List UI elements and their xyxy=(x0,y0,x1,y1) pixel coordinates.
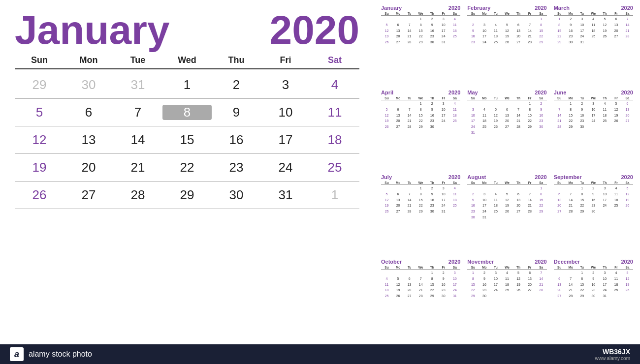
mini-day-0-6[interactable]: 4 xyxy=(449,16,460,22)
mini-day-1-0[interactable]: 5 xyxy=(381,191,392,197)
mini-day-3-2[interactable]: 19 xyxy=(490,118,501,124)
mini-day-1-0[interactable]: 8 xyxy=(467,276,479,282)
day-22[interactable]: 22 xyxy=(162,160,212,175)
mini-day-4-2[interactable]: 27 xyxy=(404,293,415,299)
mini-day-2-1[interactable]: 10 xyxy=(479,197,490,203)
mini-day-1-5[interactable]: 7 xyxy=(524,191,536,197)
mini-day-4-1[interactable]: 27 xyxy=(392,124,404,130)
mini-day-3-0[interactable]: 18 xyxy=(381,287,392,293)
mini-day-2-6[interactable]: 19 xyxy=(622,282,633,288)
mini-day-1-1[interactable]: 7 xyxy=(565,276,576,282)
mini-day-1-4[interactable]: 10 xyxy=(599,276,610,282)
mini-day-2-6[interactable]: 19 xyxy=(622,197,633,203)
mini-day-3-6[interactable]: 22 xyxy=(536,203,547,209)
mini-day-2-4[interactable]: 18 xyxy=(599,113,610,119)
mini-day-1-5[interactable]: 13 xyxy=(524,276,536,282)
mini-day-3-0[interactable]: 22 xyxy=(554,33,565,39)
mini-day-0-5[interactable]: 2 xyxy=(438,270,449,276)
day-4[interactable]: 4 xyxy=(310,77,359,92)
mini-day-4-5[interactable]: 28 xyxy=(524,39,536,45)
mini-day-4-1[interactable]: 30 xyxy=(565,39,576,45)
mini-day-3-2[interactable]: 21 xyxy=(404,118,415,124)
mini-day-1-2[interactable]: 7 xyxy=(404,22,415,28)
mini-day-4-3[interactable]: 29 xyxy=(415,209,426,214)
mini-day-4-6[interactable]: 29 xyxy=(536,39,547,45)
mini-day-3-4[interactable]: 26 xyxy=(513,287,524,293)
mini-day-1-1[interactable]: 9 xyxy=(565,22,576,28)
mini-day-2-2[interactable]: 12 xyxy=(490,113,501,119)
mini-day-0-5[interactable]: 3 xyxy=(438,185,449,191)
mini-day-0-2[interactable]: 2 xyxy=(576,101,588,107)
mini-day-0-6[interactable]: 5 xyxy=(622,270,633,276)
mini-day-2-6[interactable]: 18 xyxy=(449,28,460,34)
mini-day-1-0[interactable]: 4 xyxy=(381,276,392,282)
mini-day-4-5[interactable]: 29 xyxy=(524,124,536,130)
mini-day-4-3[interactable]: 28 xyxy=(415,293,426,299)
mini-day-3-3[interactable]: 23 xyxy=(588,203,599,209)
mini-day-0-5[interactable]: 3 xyxy=(438,101,449,107)
mini-day-2-1[interactable]: 14 xyxy=(565,197,576,203)
mini-day-2-6[interactable]: 18 xyxy=(449,113,460,119)
mini-day-2-0[interactable]: 12 xyxy=(381,113,392,119)
mini-day-3-5[interactable]: 21 xyxy=(524,33,536,39)
mini-day-3-2[interactable]: 18 xyxy=(490,33,501,39)
mini-day-0-4[interactable]: 2 xyxy=(426,16,438,22)
mini-day-0-4[interactable]: 3 xyxy=(599,270,610,276)
mini-day-4-1[interactable]: 27 xyxy=(392,39,404,45)
mini-day-2-5[interactable]: 20 xyxy=(524,282,536,288)
mini-day-3-5[interactable]: 22 xyxy=(524,118,536,124)
mini-day-3-5[interactable]: 21 xyxy=(524,203,536,209)
mini-day-3-0[interactable]: 19 xyxy=(381,203,392,209)
mini-day-3-4[interactable]: 21 xyxy=(513,118,524,124)
mini-day-0-5[interactable]: 1 xyxy=(524,101,536,107)
day-5[interactable]: 5 xyxy=(15,105,64,120)
mini-day-0-6[interactable]: 3 xyxy=(449,270,460,276)
mini-day-4-0[interactable]: 26 xyxy=(381,39,392,45)
mini-day-3-1[interactable]: 19 xyxy=(392,287,404,293)
mini-day-0-5[interactable]: 3 xyxy=(438,16,449,22)
mini-day-1-4[interactable]: 8 xyxy=(426,276,438,282)
mini-day-3-1[interactable]: 17 xyxy=(479,203,490,209)
mini-day-4-0[interactable]: 26 xyxy=(381,209,392,214)
mini-day-0-1[interactable]: 2 xyxy=(565,16,576,22)
mini-day-2-4[interactable]: 13 xyxy=(513,28,524,34)
mini-day-4-0[interactable]: 27 xyxy=(554,293,565,299)
day-31[interactable]: 31 xyxy=(261,187,310,203)
mini-day-3-0[interactable]: 20 xyxy=(554,287,565,293)
mini-day-0-6[interactable]: 2 xyxy=(536,101,547,107)
mini-day-1-1[interactable]: 3 xyxy=(479,22,490,28)
mini-day-2-6[interactable]: 20 xyxy=(622,113,633,119)
mini-day-3-6[interactable]: 25 xyxy=(449,118,460,124)
mini-day-2-0[interactable]: 9 xyxy=(467,28,479,34)
mini-day-2-5[interactable]: 17 xyxy=(438,113,449,119)
mini-day-1-3[interactable]: 11 xyxy=(588,22,599,28)
mini-day-2-4[interactable]: 14 xyxy=(513,113,524,119)
mini-day-2-6[interactable]: 16 xyxy=(536,113,547,119)
mini-day-1-3[interactable]: 6 xyxy=(501,107,512,113)
mini-day-5-0[interactable]: 30 xyxy=(467,214,479,220)
mini-day-1-2[interactable]: 8 xyxy=(576,191,588,197)
mini-day-3-4[interactable]: 23 xyxy=(426,203,438,209)
mini-day-1-2[interactable]: 9 xyxy=(576,107,588,113)
mini-day-3-4[interactable]: 20 xyxy=(513,203,524,209)
mini-day-3-1[interactable]: 21 xyxy=(565,287,576,293)
mini-day-2-5[interactable]: 17 xyxy=(438,28,449,34)
mini-day-2-5[interactable]: 17 xyxy=(438,197,449,203)
mini-day-5-1[interactable]: 31 xyxy=(479,214,490,220)
mini-day-0-4[interactable]: 4 xyxy=(599,101,610,107)
mini-day-2-3[interactable]: 18 xyxy=(588,28,599,34)
mini-day-1-1[interactable]: 6 xyxy=(392,191,404,197)
mini-day-1-5[interactable]: 10 xyxy=(438,22,449,28)
mini-day-2-4[interactable]: 17 xyxy=(599,197,610,203)
mini-day-4-4[interactable]: 27 xyxy=(513,39,524,45)
mini-day-1-1[interactable]: 7 xyxy=(565,191,576,197)
mini-day-1-3[interactable]: 8 xyxy=(415,22,426,28)
mini-day-3-3[interactable]: 25 xyxy=(501,287,512,293)
mini-day-0-4[interactable]: 3 xyxy=(599,185,610,191)
mini-day-0-6[interactable]: 1 xyxy=(536,185,547,191)
mini-day-3-2[interactable]: 23 xyxy=(576,118,588,124)
mini-day-0-3[interactable]: 2 xyxy=(588,270,599,276)
mini-day-3-3[interactable]: 19 xyxy=(501,203,512,209)
mini-day-1-2[interactable]: 6 xyxy=(404,276,415,282)
mini-day-2-1[interactable]: 15 xyxy=(565,113,576,119)
